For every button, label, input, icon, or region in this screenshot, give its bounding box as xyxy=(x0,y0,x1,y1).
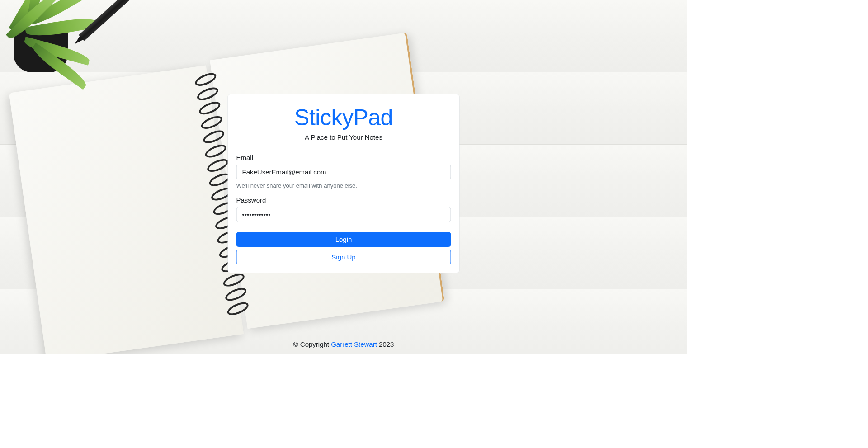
signup-button[interactable]: Sign Up xyxy=(236,250,451,264)
copyright-prefix: © Copyright xyxy=(293,340,331,348)
footer: © Copyright Garrett Stewart 2023 xyxy=(0,340,687,348)
author-link[interactable]: Garrett Stewart xyxy=(331,340,377,348)
copyright-year: 2023 xyxy=(377,340,394,348)
email-label: Email xyxy=(236,154,451,161)
password-label: Password xyxy=(236,196,451,204)
login-card: StickyPad A Place to Put Your Notes Emai… xyxy=(228,94,460,273)
app-title: StickyPad xyxy=(236,104,451,131)
password-field[interactable] xyxy=(236,207,451,222)
app-subtitle: A Place to Put Your Notes xyxy=(236,133,451,141)
email-field[interactable] xyxy=(236,165,451,179)
email-help-text: We'll never share your email with anyone… xyxy=(236,182,451,189)
plant-decoration xyxy=(0,0,113,108)
login-button[interactable]: Login xyxy=(236,232,451,247)
